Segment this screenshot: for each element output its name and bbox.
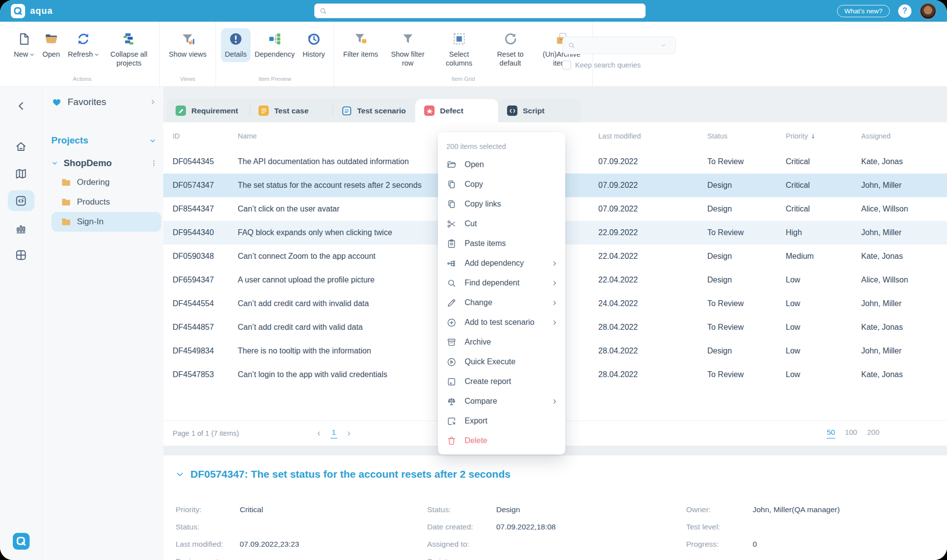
menu-item-label: Compare	[465, 397, 497, 406]
column-header-status[interactable]: Status	[707, 132, 786, 140]
show-views-button[interactable]: Show views	[165, 28, 211, 62]
detail-field-owner: Owner:John, Miller(QA manager)	[686, 501, 947, 518]
cell-assigned: John, Miller	[861, 339, 947, 363]
menu-item-open[interactable]: Open	[438, 155, 565, 175]
cell-modified: 07.09.2022	[598, 150, 707, 174]
menu-item-add-to-test-scenario[interactable]: Add to test scenario	[438, 313, 565, 332]
kebab-menu-icon[interactable]	[149, 159, 158, 168]
keep-search-queries[interactable]: Keep search queries	[562, 61, 676, 70]
chevron-down-icon[interactable]	[51, 160, 58, 167]
collapse-all-projects-button[interactable]: Collapse all projects	[103, 28, 154, 71]
reset-to-default-button[interactable]: Reset to default	[485, 28, 536, 71]
whats-new-button[interactable]: What’s new?	[837, 5, 890, 17]
page-size-50[interactable]: 50	[827, 428, 835, 439]
requirement-tab-icon	[176, 105, 186, 116]
history-button[interactable]: History	[299, 28, 329, 62]
menu-item-add-dependency[interactable]: Add dependency	[438, 253, 565, 273]
detail-column-1: Priority:CriticalStatus:Last modified:07…	[176, 501, 427, 560]
menu-item-export[interactable]: Export	[438, 411, 565, 431]
cell-assigned: Kate, Jonas	[861, 363, 947, 386]
show-filter-row-button[interactable]: Show filter row	[382, 28, 434, 71]
filter-items-button[interactable]: Filter items	[339, 28, 382, 62]
menu-item-paste-items[interactable]: Paste items	[438, 234, 565, 253]
global-search[interactable]	[314, 3, 646, 18]
filter-items-icon	[353, 32, 368, 46]
collapse-detail-icon[interactable]	[176, 470, 184, 479]
page-size-200[interactable]: 200	[867, 428, 879, 439]
column-header-id[interactable]: ID	[173, 132, 238, 140]
menu-item-compare[interactable]: Compare	[438, 391, 565, 411]
cell-modified: 22.04.2022	[598, 268, 707, 292]
cell-assigned: Alice, Willson	[861, 268, 947, 292]
column-header-priority[interactable]: Priority	[786, 132, 861, 140]
chevron-right-icon[interactable]	[149, 99, 156, 105]
new-button[interactable]: New	[10, 28, 38, 62]
menu-item-create-report[interactable]: Create report	[438, 372, 565, 391]
rail-item-code-file[interactable]	[8, 190, 35, 211]
tab-defect[interactable]: Defect	[415, 99, 498, 122]
chevron-down-icon	[30, 52, 35, 57]
menu-item-copy[interactable]: Copy	[438, 175, 565, 194]
rail-item-map[interactable]	[8, 163, 35, 184]
chevron-down-icon[interactable]	[660, 42, 666, 48]
detail-title[interactable]: DF0574347: The set status for the accoun…	[190, 468, 510, 480]
cell-priority: Low	[786, 292, 861, 315]
chevron-down-icon[interactable]	[149, 137, 156, 144]
projects-section[interactable]: Projects	[51, 135, 163, 146]
project-root-shopdemo[interactable]: ShopDemo	[51, 158, 163, 169]
ribbon-group-item-preview: DetailsDependencyHistoryItem Preview	[216, 22, 334, 86]
grid-search-input[interactable]	[580, 41, 660, 50]
menu-item-quick-execute[interactable]: Quick Execute	[438, 352, 565, 372]
tab-test-case[interactable]: Test case	[250, 99, 332, 122]
menu-item-label: Change	[465, 298, 492, 307]
field-label: Progress:	[686, 540, 753, 549]
tab-test-scenario[interactable]: Test scenario	[332, 99, 415, 122]
select-columns-button[interactable]: Select columns	[434, 28, 485, 71]
current-page[interactable]: 1	[330, 428, 337, 439]
icon-rail	[0, 87, 42, 560]
menu-item-change[interactable]: Change	[438, 293, 565, 313]
rail-item-home[interactable]	[8, 136, 35, 157]
details-button[interactable]: Details	[221, 28, 251, 62]
detail-field-status: Status:Design	[427, 501, 686, 518]
column-header-assigned[interactable]: Assigned	[861, 132, 947, 140]
collapse-sidebar-button[interactable]	[15, 100, 28, 112]
page-size-100[interactable]: 100	[845, 428, 857, 439]
cell-priority: Medium	[786, 245, 861, 268]
cell-assigned: Kate, Jonas	[861, 150, 947, 174]
global-search-input[interactable]	[331, 6, 641, 15]
folder-products[interactable]: Products	[51, 192, 161, 212]
rail-item-grid-table[interactable]	[8, 245, 35, 265]
column-header-last-modified[interactable]: Last modified	[598, 132, 707, 140]
favorites-section[interactable]: Favorites	[51, 97, 163, 107]
menu-item-find-dependent[interactable]: Find dependent	[438, 273, 565, 293]
folder-name: Ordering	[77, 177, 109, 187]
menu-item-copy-links[interactable]: Copy links	[438, 194, 565, 214]
tab-script[interactable]: Script	[498, 99, 581, 122]
help-button[interactable]: ?	[898, 4, 911, 18]
new-document-icon	[17, 32, 32, 46]
keep-search-checkbox[interactable]	[562, 61, 571, 70]
open-button[interactable]: Open	[38, 28, 64, 62]
tab-label: Defect	[440, 106, 463, 115]
prev-page-icon[interactable]	[316, 430, 322, 437]
dependency-button[interactable]: Dependency	[251, 28, 298, 62]
rail-item-bar-chart[interactable]	[8, 217, 35, 238]
tab-requirement[interactable]: Requirement	[167, 99, 250, 122]
folder-ordering[interactable]: Ordering	[51, 173, 161, 192]
cell-assigned: John, Miller	[861, 174, 947, 197]
menu-item-delete[interactable]: Delete	[438, 431, 565, 451]
cell-assigned: John, Miller	[861, 292, 947, 315]
user-avatar[interactable]	[920, 3, 936, 19]
grid-search[interactable]	[562, 36, 676, 54]
defect-tab-icon	[424, 105, 435, 116]
refresh-button[interactable]: Refresh	[64, 28, 104, 62]
folder-sign-in[interactable]: Sign-In	[51, 212, 161, 232]
project-name: ShopDemo	[64, 158, 112, 169]
menu-item-cut[interactable]: Cut	[438, 214, 565, 234]
cell-assigned: Kate, Jonas	[861, 245, 947, 268]
next-page-icon[interactable]	[346, 430, 352, 437]
detail-field-status: Status:	[176, 518, 427, 535]
keep-search-label: Keep search queries	[575, 61, 641, 69]
menu-item-archive[interactable]: Archive	[438, 332, 565, 352]
